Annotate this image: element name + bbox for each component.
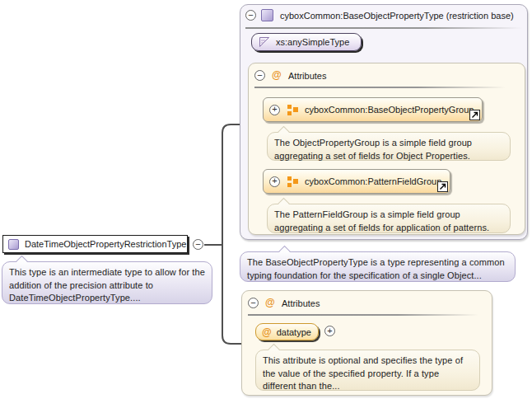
type-label: DateTimeObjectPropertyRestrictionType xyxy=(25,239,186,249)
collapse-attributes-toggle[interactable]: − xyxy=(248,298,259,308)
own-attributes-panel: − @ Attributes @ datatype + This attribu… xyxy=(241,290,492,396)
bubble-pointer xyxy=(268,343,281,350)
inherited-attributes-section: − @ Attributes + cyboxCommon:BaseObjectP… xyxy=(248,63,525,235)
group-annotation-text: The PatternFieldGroup is a simple field … xyxy=(274,209,489,232)
attribute-name: datatype xyxy=(277,327,311,337)
collapse-attributes-toggle[interactable]: − xyxy=(254,70,265,81)
separator xyxy=(248,314,478,316)
attribute-at-icon: @ xyxy=(262,327,272,337)
group-annotation-text: The ObjectPropertyGroup is a simple fiel… xyxy=(274,138,472,161)
bubble-pointer xyxy=(278,245,292,252)
type-box-datetimeobjectpropertyrestrictiontype[interactable]: DateTimeObjectPropertyRestrictionType xyxy=(2,235,188,253)
attribute-annotation-bubble: This attribute is optional and specifies… xyxy=(255,350,480,391)
attribute-at-icon: @ xyxy=(265,298,275,307)
bubble-pointer xyxy=(16,255,29,262)
attribute-group-patternfieldgroup[interactable]: + cyboxCommon:PatternFieldGroup xyxy=(263,169,450,194)
base-type-annotation-text: The BaseObjectPropertyType is a type rep… xyxy=(247,257,505,280)
complex-type-icon xyxy=(8,239,19,250)
attribute-annotation-text: This attribute is optional and specifies… xyxy=(263,355,463,391)
attribute-group-label: cyboxCommon:BaseObjectPropertyGroup xyxy=(305,105,474,115)
attribute-pill-datatype[interactable]: @ datatype xyxy=(255,323,319,340)
complex-type-icon xyxy=(261,9,273,21)
base-type-annotation-bubble: The BaseObjectPropertyType is a type rep… xyxy=(240,251,516,282)
simple-type-label: xs:anySimpleType xyxy=(276,37,349,47)
goto-definition-icon[interactable] xyxy=(469,110,480,120)
collapse-base-panel-toggle[interactable]: − xyxy=(245,10,256,21)
goto-definition-icon[interactable] xyxy=(437,181,448,192)
bubble-pointer xyxy=(278,197,291,204)
expand-group-toggle[interactable]: + xyxy=(269,105,280,115)
attribute-group-icon xyxy=(287,104,298,115)
attribute-group-baseobjectpropertygroup[interactable]: + cyboxCommon:BaseObjectPropertyGroup xyxy=(263,97,483,122)
group-annotation-bubble: The ObjectPropertyGroup is a simple fiel… xyxy=(267,132,511,161)
group-annotation-bubble: The PatternFieldGroup is a simple field … xyxy=(267,204,511,233)
schema-diagram: DateTimeObjectPropertyRestrictionType − … xyxy=(0,0,532,399)
base-panel-title: cyboxCommon:BaseObjectPropertyType (rest… xyxy=(280,11,514,21)
base-type-panel: − cyboxCommon:BaseObjectPropertyType (re… xyxy=(240,4,528,240)
expand-attribute-toggle[interactable]: + xyxy=(324,326,335,336)
simple-type-pill-anysimpletype[interactable]: xs:anySimpleType xyxy=(251,33,362,51)
type-annotation-bubble: This type is an intermediate type to all… xyxy=(2,261,212,304)
separator xyxy=(254,87,506,88)
expand-group-toggle[interactable]: + xyxy=(269,176,280,187)
collapse-type-toggle[interactable]: − xyxy=(193,239,203,250)
attributes-section-title: Attributes xyxy=(288,71,326,81)
attribute-at-icon: @ xyxy=(272,70,282,80)
separator xyxy=(245,27,522,29)
type-annotation-text: This type is an intermediate type to all… xyxy=(9,267,205,303)
attributes-section-title: Attributes xyxy=(282,298,320,308)
simple-type-icon xyxy=(259,36,270,48)
bubble-pointer xyxy=(278,125,291,133)
attribute-group-icon xyxy=(287,176,298,187)
attribute-group-label: cyboxCommon:PatternFieldGroup xyxy=(305,176,441,186)
